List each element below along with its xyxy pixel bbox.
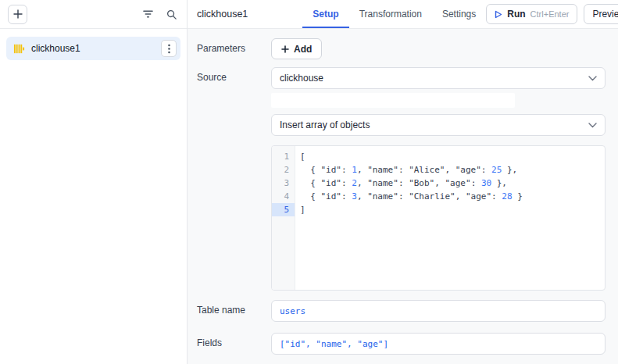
editor-gutter: 12345 <box>272 146 295 290</box>
editor-line-number: 5 <box>272 203 295 216</box>
preview-button[interactable]: Preview <box>584 4 618 24</box>
operation-select-value: Insert array of objects <box>280 120 370 130</box>
editor-line-number: 4 <box>272 190 295 203</box>
run-label: Run <box>507 9 525 20</box>
plus-icon <box>13 9 23 19</box>
source-select-value: clickhouse <box>280 73 323 84</box>
fields-label: Fields <box>197 333 271 355</box>
new-query-button[interactable] <box>8 5 27 24</box>
play-icon <box>495 10 502 19</box>
chevron-down-icon <box>588 76 597 81</box>
query-menu-button[interactable] <box>161 40 177 57</box>
run-shortcut: Ctrl+Enter <box>530 9 570 19</box>
table-name-row: Table name <box>197 300 605 322</box>
editor-code-line: { "id": 3, "name": "Charlie", "age": 28 … <box>300 190 605 203</box>
editor-line-number: 3 <box>272 177 295 190</box>
parameters-label: Parameters <box>197 38 271 59</box>
plus-icon <box>281 45 289 53</box>
query-list-item[interactable]: clickhouse1 <box>6 37 180 60</box>
parameters-row: Parameters Add <box>197 38 605 59</box>
clickhouse-logo-icon <box>13 43 25 55</box>
add-parameter-label: Add <box>294 44 312 55</box>
editor-code-line: { "id": 2, "name": "Bob", "age": 30 }, <box>300 177 605 190</box>
query-item-label: clickhouse1 <box>31 43 155 54</box>
query-title: clickhouse1 <box>197 9 248 20</box>
kebab-icon <box>168 44 170 54</box>
sidebar-toolbar <box>0 0 187 29</box>
query-header: clickhouse1 Setup Transformation Setting… <box>188 0 618 29</box>
code-editor[interactable]: 12345 [ { "id": 1, "name": "Alice", "age… <box>271 145 605 291</box>
editor-code-line: { "id": 1, "name": "Alice", "age": 25 }, <box>300 163 605 177</box>
query-setup-panel: Parameters Add Source clickhouse Insert … <box>188 29 618 364</box>
query-editor-window: clickhouse1 clickhouse1 Setup Transforma… <box>0 0 618 364</box>
tab-settings[interactable]: Settings <box>432 0 486 28</box>
filter-icon[interactable] <box>140 6 155 22</box>
add-parameter-button[interactable]: Add <box>271 38 322 59</box>
source-select[interactable]: clickhouse <box>271 67 605 89</box>
tab-setup[interactable]: Setup <box>302 0 348 28</box>
source-row: Source clickhouse Insert array of object… <box>197 67 605 291</box>
run-button[interactable]: Run Ctrl+Enter <box>486 4 577 24</box>
tab-transformation[interactable]: Transformation <box>349 0 432 28</box>
source-label: Source <box>197 67 271 291</box>
editor-code-line: ] <box>300 203 605 216</box>
source-detail-placeholder <box>271 93 515 108</box>
operation-select[interactable]: Insert array of objects <box>271 114 605 136</box>
editor-line-number: 1 <box>272 150 295 163</box>
fields-input[interactable] <box>271 333 605 355</box>
fields-row: Fields <box>197 333 605 355</box>
editor-line-number: 2 <box>272 163 295 177</box>
table-name-label: Table name <box>197 300 271 322</box>
chevron-down-icon <box>588 123 597 128</box>
sidebar: clickhouse1 <box>0 0 188 364</box>
search-icon[interactable] <box>163 6 179 22</box>
tab-bar: Setup Transformation Settings <box>302 0 486 28</box>
table-name-input[interactable] <box>271 300 605 322</box>
editor-code: [ { "id": 1, "name": "Alice", "age": 25 … <box>295 146 605 290</box>
header-actions: Run Ctrl+Enter Preview <box>486 4 618 24</box>
editor-code-line: [ <box>300 150 605 163</box>
